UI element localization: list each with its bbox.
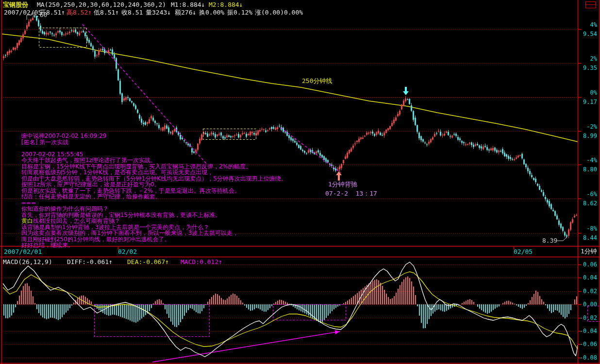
date-axis-label: 02/05	[514, 248, 533, 255]
macd-axis-label: 0.02	[583, 288, 597, 295]
comment-line-part: 线都没拉回去，怎么可能有背驰？	[33, 217, 120, 224]
divergence-label: 1分钟背驰	[328, 181, 357, 188]
stock-name: 宝钢股份	[3, 1, 28, 8]
macd-axis-label: -0.06	[580, 341, 597, 347]
quote-high: 高8.52↑	[67, 9, 92, 16]
macd-axis: 0.060.040.020.00-0.02-0.04-0.06-0.08	[579, 0, 599, 364]
comment-line: 按照1z所示，应严守纪律退出，这是是正好盈亏为0。	[21, 182, 287, 188]
date-axis-label: 02/02	[118, 248, 137, 255]
comment-line: 因为这卖点要看次级别的，而1分钟下面看不到，所以一般来说，3波上去就可以走，	[21, 230, 287, 236]
macd-axis-label: 0.06	[583, 261, 597, 268]
up-arrow-stem	[338, 175, 340, 181]
comment-line-part: 黄白	[21, 217, 33, 224]
comment-line: 缠中说禅2007-02-02 16:09:29	[21, 133, 287, 139]
quote-amplitude: 振0.12%	[227, 9, 252, 16]
m2-value: M2:8.884↓	[209, 1, 243, 8]
up-arrow-head	[336, 171, 342, 175]
comment-line: 转而观察低级别5分钟，1分钟K线，是否有卖点出现。可虽说无卖点出现，	[21, 169, 287, 176]
day-period-icon-bar	[586, 4, 596, 5]
trading-terminal-window: 宝钢股份 MA(250,250,20,30,60,120,240,360,2) …	[0, 0, 600, 364]
divergence-timestamp: 07-2-2 13：17	[325, 190, 377, 197]
macd-axis-label: -0.04	[580, 328, 597, 334]
comment-line: 你知道你的操作为什么有问题吗？	[21, 206, 287, 212]
quote-change: 涨(0.00)0.00%	[255, 9, 303, 16]
quote-close: 收8.51	[121, 9, 143, 16]
date-axis: 2007/02/0102/0202/05	[0, 247, 578, 257]
divergence-up-arrow-icon	[336, 171, 342, 181]
high-price-callout: 9.60	[32, 12, 47, 18]
comment-line: 结语：任何走势都是无定的，严守纪律，给操作戴套。	[21, 194, 287, 200]
macd-dea-value: DEA:-0.067↑	[127, 259, 169, 265]
macd-value: MACD:0.012↑	[181, 259, 222, 265]
quote-amount: 额276↓	[175, 9, 196, 16]
comment-line	[21, 145, 287, 151]
day-period-icon[interactable]	[585, 1, 596, 8]
quote-volume: 量3243↓	[146, 9, 171, 16]
comment-line: 好好总结，继续来。	[21, 242, 287, 248]
macd-params-label: MACD(26,12,9)	[3, 259, 52, 265]
quote-low: 低8.51↑	[94, 9, 119, 16]
date-axis-label: 2007/02/01	[4, 248, 42, 255]
m1-value: M1:8.884↓	[171, 1, 205, 8]
quote-turnover: 换0.00%	[199, 9, 224, 16]
comment-line: 黄白线都没拉回去，怎么可能有背驰？	[21, 218, 287, 224]
comment-line: [匿名] 第一次实战	[21, 139, 287, 146]
ma250-line-label: 250分钟线	[302, 78, 332, 84]
down-arrow-head	[403, 91, 409, 95]
sell-marker-down-arrow-icon	[403, 87, 409, 95]
macd-diff-value: DIFF:-0.061↑	[67, 259, 113, 265]
macd-axis-label: 0.04	[583, 274, 597, 281]
comment-overlay: 缠中说禅2007-02-02 16:09:29[匿名] 第一次实战 2007-0…	[21, 133, 287, 248]
macd-axis-label: 0.00	[583, 301, 597, 308]
ma-params-label: MA(250,250,20,30,60,120,240,360,2)	[37, 1, 166, 8]
macd-axis-label: -0.02	[580, 314, 597, 321]
low-price-callout: 8.39	[542, 237, 557, 244]
macd-axis-label: -0.08	[580, 354, 597, 361]
comment-line: 今天终于鼓起勇气，按照1z理论进行了第一次实战。	[21, 157, 287, 164]
down-arrow-stem	[405, 87, 407, 91]
